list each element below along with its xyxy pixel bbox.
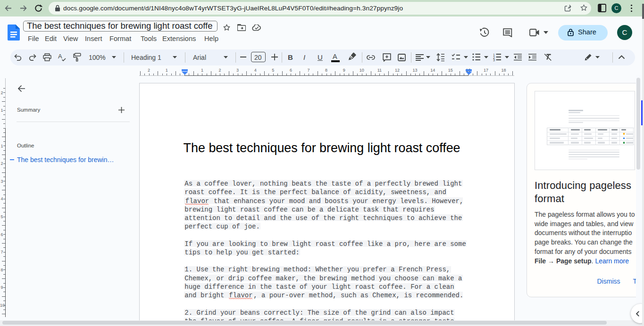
svg-text:A: A: [58, 53, 62, 60]
svg-text:3: 3: [493, 58, 495, 61]
